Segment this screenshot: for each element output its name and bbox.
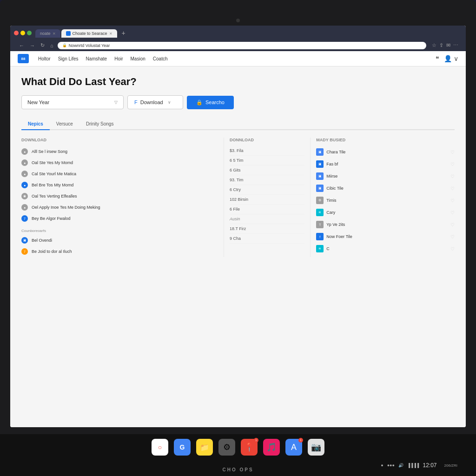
- taskbar-google-icon[interactable]: G: [174, 439, 191, 456]
- tab-inactive-label: noate: [40, 31, 51, 36]
- right-item[interactable]: ≋ C ♡: [316, 243, 455, 255]
- folder-icon: f: [316, 233, 324, 240]
- right-item[interactable]: f Now Foer Tile ♡: [316, 231, 455, 243]
- user-icon[interactable]: 👤 ∨: [444, 55, 458, 62]
- item-icon: ●: [21, 159, 28, 166]
- right-item[interactable]: ≋ Cary ♡: [316, 206, 455, 218]
- back-button[interactable]: ←: [18, 42, 26, 49]
- refresh-button[interactable]: ↻: [39, 41, 46, 49]
- taskbar-maps-icon[interactable]: 📍 1: [241, 439, 258, 456]
- right-item-text: C: [326, 246, 448, 251]
- heart-icon[interactable]: ♡: [450, 234, 455, 239]
- wifi-icon: ≋: [316, 209, 324, 216]
- list-item[interactable]: ▣ Bel Ovendi: [21, 235, 216, 246]
- list-item[interactable]: ◉ Oal Tes Verting Elfealles: [21, 191, 216, 202]
- tab-active-close[interactable]: ✕: [109, 32, 112, 36]
- heart-icon[interactable]: ♡: [450, 162, 455, 167]
- list-item[interactable]: ● Bel Bre Tos Mty Momd: [21, 179, 216, 191]
- mid-item: 102 Birsin: [230, 195, 304, 205]
- heart-icon[interactable]: ♡: [450, 222, 455, 227]
- download-f-icon: F: [134, 99, 138, 105]
- right-item-text: Yp Ve 2its: [326, 222, 448, 227]
- tab-inactive[interactable]: noate ✕: [35, 29, 60, 38]
- content-tabs: Nepics Versuce Drinity Songs: [21, 119, 455, 130]
- tab-drinity-songs[interactable]: Drinity Songs: [79, 119, 120, 130]
- tab-nepics[interactable]: Nepics: [21, 119, 50, 130]
- right-item[interactable]: T Yp Ve 2its ♡: [316, 218, 455, 231]
- taskbar-search-icon[interactable]: ○: [152, 439, 168, 456]
- item-icon: ●: [21, 204, 28, 211]
- mid-item: 9 Cha: [230, 234, 304, 244]
- item-text: Cal Ste Yourl Me Matica: [32, 172, 76, 176]
- right-item-text: Cibic Tile: [326, 186, 448, 191]
- heart-icon[interactable]: ♡: [450, 186, 455, 191]
- window-controls: [14, 31, 32, 35]
- minimize-btn[interactable]: [20, 31, 25, 35]
- home-button[interactable]: ⌂: [49, 42, 55, 49]
- right-item[interactable]: ▣ Fas bf ♡: [316, 158, 455, 170]
- maximize-btn[interactable]: [27, 31, 32, 35]
- nav-coatch[interactable]: Coatch: [153, 54, 168, 63]
- site-logo[interactable]: 88: [18, 54, 29, 63]
- right-item[interactable]: ▣ Miirse ♡: [316, 170, 455, 182]
- sys-tray: ● ●●● 🔊 ▐▐▐▐ 12:07 206/ZRI: [381, 462, 457, 469]
- heart-icon[interactable]: ♡: [450, 174, 455, 179]
- wifi-icon: ≋: [316, 245, 324, 252]
- taskbar: ○ G 📁 ⚙ 📍 1 🎵 A 1 📷 ● ●●● 🔊 ▐▐▐▐ 12:07 2…: [0, 434, 476, 476]
- forward-button[interactable]: →: [28, 42, 36, 49]
- tab-active-label: Choate to Searace: [73, 31, 107, 36]
- taskbar-settings-icon[interactable]: ⚙: [218, 439, 235, 456]
- year-dropdown[interactable]: New Year ▽: [21, 95, 124, 109]
- list-item[interactable]: 7 Bey Be Algor Fwalod: [21, 213, 216, 224]
- menu-icon[interactable]: ⋯: [453, 42, 458, 48]
- mid-item: 6 Gits: [230, 165, 304, 175]
- nav-namshate[interactable]: Namshate: [86, 54, 107, 63]
- star-icon[interactable]: ☆: [432, 42, 436, 48]
- quote-icon[interactable]: ❝: [436, 55, 439, 62]
- list-item[interactable]: ● Alll Se l irsew Song: [21, 146, 216, 157]
- mid-col-header: Donnload: [230, 138, 304, 142]
- close-btn[interactable]: [14, 31, 19, 35]
- item-icon: ◉: [21, 193, 28, 199]
- mail-icon[interactable]: ✉: [446, 42, 450, 48]
- taskbar-files-icon[interactable]: 📁: [196, 439, 213, 456]
- taskbar-camera-icon[interactable]: 📷: [308, 439, 324, 456]
- right-item-text: Cary: [326, 210, 448, 215]
- time-display: 12:07: [423, 462, 437, 469]
- right-item-text: Now Foer Tile: [326, 234, 448, 239]
- search-row: New Year ▽ F Download ∨ 🔒 Searcho: [21, 95, 455, 109]
- right-item-text: Miirse: [326, 174, 448, 178]
- tab-active[interactable]: Choate to Searace ✕: [61, 29, 117, 38]
- new-tab-button[interactable]: +: [118, 28, 129, 38]
- download-label: Download: [140, 99, 163, 105]
- right-item[interactable]: ▣ Chara Tile ♡: [316, 146, 455, 158]
- heart-icon[interactable]: ♡: [450, 210, 455, 215]
- right-item[interactable]: ▣ Cibic Tile ♡: [316, 182, 455, 194]
- list-item[interactable]: ● Cal Ste Yourl Me Matica: [21, 168, 216, 179]
- taskbar-music-icon[interactable]: 🎵: [263, 439, 280, 456]
- nav-hoir[interactable]: Hoir: [114, 54, 123, 63]
- download-dropdown-button[interactable]: F Download ∨: [127, 95, 183, 109]
- share-icon[interactable]: ⇪: [439, 42, 443, 48]
- heart-icon[interactable]: ♡: [450, 198, 455, 203]
- badge: 1: [254, 438, 258, 443]
- address-bar[interactable]: 🔒 Nownrtd Volustat Year: [58, 42, 426, 49]
- tab-versuce[interactable]: Versuce: [50, 119, 79, 130]
- list-item[interactable]: 7 Be Joid to dor al Iluch: [21, 246, 216, 257]
- laptop-brand-label: CHO OPS: [222, 467, 253, 472]
- list-item[interactable]: ● Oal Ste Yes My Momd: [21, 157, 216, 168]
- item-icon: 7: [21, 248, 28, 255]
- nav-sign-lifes[interactable]: Sign Lifes: [58, 54, 79, 63]
- nav-masion[interactable]: Masion: [131, 54, 145, 63]
- heart-icon[interactable]: ♡: [450, 246, 455, 251]
- search-button[interactable]: 🔒 Searcho: [187, 96, 234, 109]
- volume-icon: 🔊: [398, 463, 403, 468]
- taskbar-android-icon[interactable]: A 1: [285, 439, 302, 456]
- item-text: Oel Apply Inoe Tes Me Doing Meking: [32, 205, 100, 210]
- right-item-text: Timis: [326, 198, 448, 203]
- heart-icon[interactable]: ♡: [450, 150, 455, 155]
- tab-inactive-close[interactable]: ✕: [53, 32, 56, 36]
- nav-holtor[interactable]: Holtor: [38, 54, 51, 63]
- right-item[interactable]: ⚙ Timis ♡: [316, 194, 455, 206]
- list-item[interactable]: ● Oel Apply Inoe Tes Me Doing Meking: [21, 202, 216, 213]
